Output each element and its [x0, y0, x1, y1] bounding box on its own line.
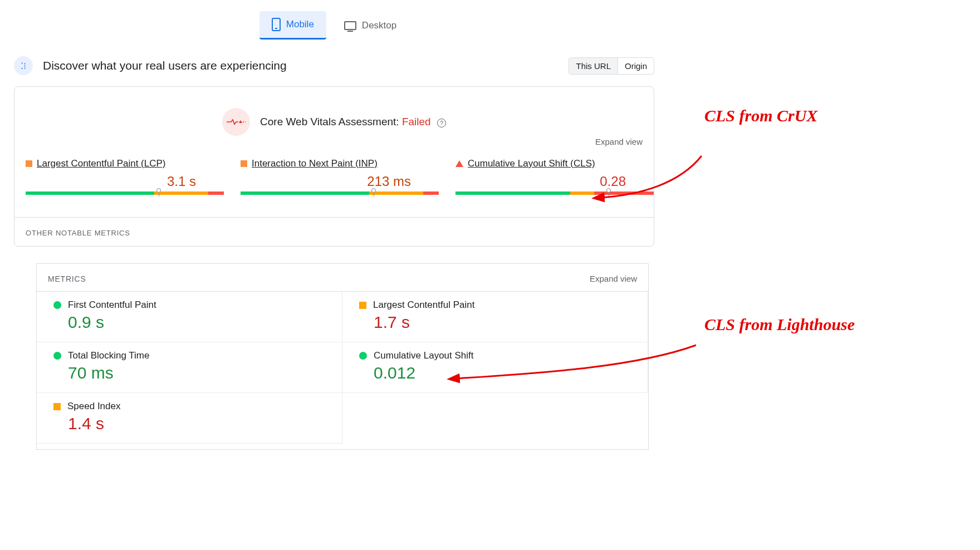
annotation-cls-crux: CLS from CrUX [704, 106, 817, 126]
other-metrics-heading: OTHER NOTABLE METRICS [14, 217, 654, 237]
lh-title: METRICS [48, 274, 86, 283]
bar-marker [371, 188, 376, 193]
lh-metric-4: Speed Index1.4 s [37, 393, 342, 444]
cwv-title-prefix: Core Web Vitals Assessment: [260, 116, 402, 127]
lh-metric-0: First Contentful Paint0.9 s [37, 292, 342, 342]
vital-value: 0.28 [455, 174, 654, 189]
pulse-icon [222, 108, 250, 136]
lh-metric-1: Largest Contentful Paint1.7 s [342, 292, 648, 342]
lh-metric-value: 70 ms [68, 364, 331, 382]
vital-bar [455, 191, 654, 195]
section-title: Discover what your real users are experi… [43, 59, 558, 72]
vital-label[interactable]: Largest Contentful Paint (LCP) [37, 158, 166, 169]
svg-marker-0 [239, 120, 242, 123]
core-web-vitals-panel: Core Web Vitals Assessment: Failed ? Exp… [14, 86, 654, 247]
lh-metric-name: Speed Index [67, 401, 120, 412]
tab-mobile-label: Mobile [286, 19, 314, 30]
lh-metric-2: Total Blocking Time70 ms [37, 342, 342, 393]
vital-bar [26, 191, 224, 195]
vital-bar [241, 191, 439, 195]
triangle-icon [455, 160, 463, 167]
bar-marker [606, 188, 611, 193]
toggle-origin[interactable]: Origin [618, 58, 654, 74]
help-icon[interactable]: ? [437, 119, 446, 127]
desktop-icon [344, 21, 356, 30]
cwv-status: Failed [402, 116, 431, 127]
lh-metric-value: 1.4 s [68, 414, 331, 433]
phone-icon [272, 18, 281, 31]
square-icon [26, 160, 32, 167]
vital-1: Interaction to Next Paint (INP)213 ms [241, 158, 439, 195]
dot-icon [53, 352, 61, 360]
tab-desktop[interactable]: Desktop [332, 11, 409, 40]
lh-grid: First Contentful Paint0.9 sLargest Conte… [37, 292, 648, 444]
dot-icon [53, 301, 61, 309]
users-icon: ⁚⁝ [14, 56, 33, 75]
lh-metric-value: 0.012 [374, 364, 636, 382]
cwv-assessment-header: Core Web Vitals Assessment: Failed ? [14, 108, 654, 136]
lh-expand-link[interactable]: Expand view [590, 274, 637, 283]
cwv-title: Core Web Vitals Assessment: Failed ? [260, 116, 446, 128]
vital-0: Largest Contentful Paint (LCP)3.1 s [26, 158, 224, 195]
vital-label[interactable]: Cumulative Layout Shift (CLS) [468, 158, 595, 169]
vitals-row: Largest Contentful Paint (LCP)3.1 sInter… [14, 158, 654, 195]
tab-mobile[interactable]: Mobile [259, 11, 326, 40]
bar-marker [156, 188, 161, 193]
lh-metric-name: Largest Contentful Paint [373, 299, 474, 311]
lighthouse-metrics-panel: METRICS Expand view First Contentful Pai… [36, 263, 649, 450]
annotation-cls-lighthouse: CLS from Lighthouse [704, 315, 855, 335]
square-icon [53, 403, 61, 410]
vital-2: Cumulative Layout Shift (CLS)0.28 [455, 158, 654, 195]
square-icon [241, 160, 247, 167]
crux-header: ⁚⁝ Discover what your real users are exp… [14, 56, 654, 75]
dot-icon [359, 352, 367, 360]
lh-metric-3: Cumulative Layout Shift0.012 [342, 342, 648, 393]
lh-metric-name: Cumulative Layout Shift [374, 350, 474, 361]
square-icon [359, 302, 366, 309]
scope-toggle: This URL Origin [569, 57, 654, 75]
toggle-this-url[interactable]: This URL [569, 58, 618, 74]
device-tabs: Mobile Desktop [14, 11, 654, 40]
vital-value: 213 ms [241, 174, 439, 189]
expand-view-link[interactable]: Expand view [595, 137, 643, 146]
lh-metric-value: 1.7 s [374, 313, 636, 332]
vital-value: 3.1 s [26, 174, 224, 189]
lh-metric-value: 0.9 s [68, 313, 331, 332]
lh-metric-name: Total Blocking Time [68, 350, 149, 361]
lh-metric-name: First Contentful Paint [68, 299, 156, 311]
tab-desktop-label: Desktop [362, 20, 396, 31]
vital-label[interactable]: Interaction to Next Paint (INP) [252, 158, 378, 169]
